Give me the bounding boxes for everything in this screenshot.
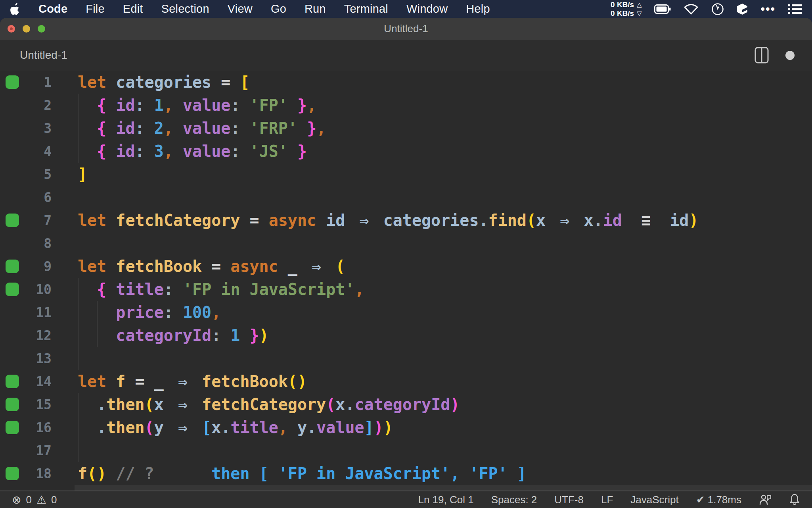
code-line-content[interactable]: .then(y ⇒ [x.title, y.value])) — [78, 416, 812, 439]
encoding-status[interactable]: UTF-8 — [554, 494, 584, 506]
code-line[interactable]: 9let fetchBook = async _ ⇒ ( — [0, 255, 812, 278]
code-line-content[interactable]: f() // ? then [ 'FP in JavaScript', 'FP'… — [78, 462, 812, 485]
menu-item-view[interactable]: View — [228, 2, 253, 15]
line-number[interactable]: 15 — [24, 397, 52, 412]
line-number[interactable]: 8 — [24, 236, 52, 251]
code-line[interactable]: 18f() // ? then [ 'FP in JavaScript', 'F… — [0, 462, 812, 485]
code-line-content[interactable]: let f = _ ⇒ fetchBook() — [78, 370, 812, 393]
line-number[interactable]: 5 — [24, 167, 52, 182]
code-line[interactable]: 8 — [0, 232, 812, 255]
code-line-content[interactable]: let fetchCategory = async id ⇒ categorie… — [78, 209, 812, 232]
cube-icon[interactable] — [737, 3, 748, 15]
code-line-content[interactable]: { title: 'FP in JavaScript', — [78, 278, 812, 301]
code-line[interactable]: 13 — [0, 347, 812, 370]
line-number[interactable]: 12 — [24, 328, 52, 343]
code-line-content[interactable] — [78, 232, 812, 255]
code-line[interactable]: 14let f = _ ⇒ fetchBook() — [0, 370, 812, 393]
gutter[interactable] — [0, 416, 24, 439]
close-button[interactable] — [8, 25, 15, 33]
code-line[interactable]: 2 { id: 1, value: 'FP' }, — [0, 94, 812, 117]
line-number[interactable]: 2 — [24, 98, 52, 113]
code-line[interactable]: 16 .then(y ⇒ [x.title, y.value])) — [0, 416, 812, 439]
gutter[interactable] — [0, 140, 24, 163]
menu-item-help[interactable]: Help — [466, 2, 490, 15]
gutter[interactable] — [0, 232, 24, 255]
network-speed-indicator[interactable]: 0 KB/s △ 0 KB/s ▽ — [611, 0, 642, 18]
split-editor-icon[interactable] — [755, 47, 769, 64]
feedback-icon[interactable] — [759, 494, 772, 506]
problems-status[interactable]: ⊗ 0 ⚠ 0 — [12, 493, 57, 506]
line-number[interactable]: 9 — [24, 259, 52, 274]
gutter[interactable] — [0, 347, 24, 370]
line-number[interactable]: 16 — [24, 420, 52, 435]
line-number[interactable]: 14 — [24, 374, 52, 389]
menu-item-terminal[interactable]: Terminal — [344, 2, 388, 15]
apple-menu-icon[interactable] — [10, 3, 20, 15]
gutter[interactable] — [0, 278, 24, 301]
zoom-button[interactable] — [38, 25, 45, 33]
gutter[interactable] — [0, 393, 24, 416]
code-line-content[interactable]: let categories = [ — [78, 71, 812, 94]
minimize-button[interactable] — [23, 25, 30, 33]
code-line[interactable]: 6 — [0, 186, 812, 209]
line-number[interactable]: 4 — [24, 144, 52, 159]
code-line-content[interactable]: price: 100, — [78, 301, 812, 324]
gutter[interactable] — [0, 117, 24, 140]
clock-icon[interactable] — [711, 3, 724, 15]
code-line-content[interactable] — [78, 186, 812, 209]
gutter[interactable] — [0, 301, 24, 324]
menu-item-window[interactable]: Window — [406, 2, 448, 15]
code-line-content[interactable]: { id: 3, value: 'JS' } — [78, 140, 812, 163]
code-line[interactable]: 11 price: 100, — [0, 301, 812, 324]
menu-item-edit[interactable]: Edit — [123, 2, 143, 15]
code-line[interactable]: 3 { id: 2, value: 'FRP' }, — [0, 117, 812, 140]
line-number[interactable]: 18 — [24, 466, 52, 481]
battery-icon[interactable] — [654, 4, 671, 14]
code-line-content[interactable] — [78, 485, 812, 491]
eol-status[interactable]: LF — [601, 494, 613, 506]
gutter[interactable] — [0, 163, 24, 186]
code-line[interactable]: 17 — [0, 439, 812, 462]
code-line[interactable]: 19 — [0, 485, 812, 491]
unsaved-changes-dot[interactable] — [785, 51, 795, 60]
window-title-bar[interactable]: Untitled-1 — [0, 18, 812, 40]
code-line[interactable]: 10 { title: 'FP in JavaScript', — [0, 278, 812, 301]
code-line-content[interactable]: let fetchBook = async _ ⇒ ( — [78, 255, 812, 278]
code-line-content[interactable]: ] — [78, 163, 812, 186]
code-line-content[interactable]: .then(x ⇒ fetchCategory(x.categoryId) — [78, 393, 812, 416]
line-number[interactable]: 6 — [24, 190, 52, 205]
code-line[interactable]: 15 .then(x ⇒ fetchCategory(x.categoryId) — [0, 393, 812, 416]
gutter[interactable] — [0, 255, 24, 278]
code-line-content[interactable] — [78, 439, 812, 462]
gutter[interactable] — [0, 94, 24, 117]
line-number[interactable]: 1 — [24, 75, 52, 90]
menu-item-code[interactable]: Code — [38, 2, 67, 15]
line-number[interactable]: 19 — [24, 489, 52, 491]
code-line[interactable]: 7let fetchCategory = async id ⇒ categori… — [0, 209, 812, 232]
code-line-content[interactable]: { id: 2, value: 'FRP' }, — [78, 117, 812, 140]
code-line[interactable]: 4 { id: 3, value: 'JS' } — [0, 140, 812, 163]
code-line-content[interactable]: categoryId: 1 }) — [78, 324, 812, 347]
gutter[interactable] — [0, 462, 24, 485]
gutter[interactable] — [0, 485, 24, 491]
menu-item-selection[interactable]: Selection — [161, 2, 209, 15]
gutter[interactable] — [0, 186, 24, 209]
menu-item-file[interactable]: File — [86, 2, 105, 15]
menu-item-run[interactable]: Run — [304, 2, 326, 15]
code-line[interactable]: 12 categoryId: 1 }) — [0, 324, 812, 347]
code-line-content[interactable]: { id: 1, value: 'FP' }, — [78, 94, 812, 117]
language-mode[interactable]: JavaScript — [630, 494, 678, 506]
code-line[interactable]: 1let categories = [ — [0, 71, 812, 94]
gutter[interactable] — [0, 71, 24, 94]
gutter[interactable] — [0, 324, 24, 347]
menu-item-go[interactable]: Go — [271, 2, 286, 15]
line-number[interactable]: 11 — [24, 305, 52, 320]
code-line-content[interactable] — [78, 347, 812, 370]
line-number[interactable]: 17 — [24, 443, 52, 458]
line-number[interactable]: 3 — [24, 121, 52, 136]
quokka-perf-status[interactable]: ✔ 1.78ms — [696, 494, 741, 506]
gutter[interactable] — [0, 370, 24, 393]
indentation-status[interactable]: Spaces: 2 — [491, 494, 537, 506]
code-editor[interactable]: 1let categories = [2 { id: 1, value: 'FP… — [0, 71, 812, 491]
code-line[interactable]: 5] — [0, 163, 812, 186]
